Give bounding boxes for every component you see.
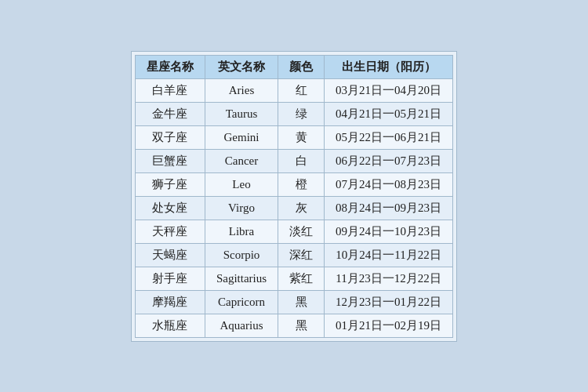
- table-row: 狮子座Leo橙07月24日一08月23日: [135, 172, 452, 196]
- cell-r8-c3: 11月23日一12月22日: [325, 267, 453, 290]
- cell-r6-c0: 天秤座: [135, 220, 205, 243]
- column-header: 英文名称: [205, 55, 278, 78]
- cell-r4-c1: Leo: [205, 172, 278, 196]
- cell-r5-c1: Virgo: [205, 196, 278, 220]
- cell-r10-c1: Aquarius: [205, 314, 278, 337]
- table-row: 巨蟹座Cancer白06月22日一07月23日: [135, 149, 452, 172]
- cell-r4-c3: 07月24日一08月23日: [325, 172, 453, 196]
- cell-r0-c3: 03月21日一04月20日: [325, 78, 453, 102]
- cell-r1-c1: Taurus: [205, 102, 278, 125]
- zodiac-table-wrapper: 星座名称英文名称颜色出生日期（阳历） 白羊座Aries红03月21日一04月20…: [131, 51, 457, 342]
- cell-r4-c2: 橙: [278, 172, 325, 196]
- cell-r5-c3: 08月24日一09月23日: [325, 196, 453, 220]
- table-row: 双子座Gemini黄05月22日一06月21日: [135, 125, 452, 149]
- table-row: 白羊座Aries红03月21日一04月20日: [135, 78, 452, 102]
- column-header: 出生日期（阳历）: [325, 55, 453, 78]
- cell-r6-c2: 淡红: [278, 220, 325, 243]
- cell-r1-c2: 绿: [278, 102, 325, 125]
- cell-r3-c1: Cancer: [205, 149, 278, 172]
- cell-r6-c3: 09月24日一10月23日: [325, 220, 453, 243]
- cell-r0-c2: 红: [278, 78, 325, 102]
- cell-r8-c1: Sagittarius: [205, 267, 278, 290]
- cell-r7-c1: Scorpio: [205, 243, 278, 267]
- table-row: 天蝎座Scorpio深红10月24日一11月22日: [135, 243, 452, 267]
- cell-r7-c2: 深红: [278, 243, 325, 267]
- column-header: 星座名称: [135, 55, 205, 78]
- cell-r3-c0: 巨蟹座: [135, 149, 205, 172]
- cell-r6-c1: Libra: [205, 220, 278, 243]
- cell-r2-c0: 双子座: [135, 125, 205, 149]
- cell-r2-c3: 05月22日一06月21日: [325, 125, 453, 149]
- cell-r7-c3: 10月24日一11月22日: [325, 243, 453, 267]
- cell-r9-c3: 12月23日一01月22日: [325, 290, 453, 314]
- cell-r1-c3: 04月21日一05月21日: [325, 102, 453, 125]
- table-row: 金牛座Taurus绿04月21日一05月21日: [135, 102, 452, 125]
- table-row: 处女座Virgo灰08月24日一09月23日: [135, 196, 452, 220]
- cell-r9-c2: 黑: [278, 290, 325, 314]
- cell-r7-c0: 天蝎座: [135, 243, 205, 267]
- cell-r10-c3: 01月21日一02月19日: [325, 314, 453, 337]
- cell-r1-c0: 金牛座: [135, 102, 205, 125]
- cell-r4-c0: 狮子座: [135, 172, 205, 196]
- cell-r2-c2: 黄: [278, 125, 325, 149]
- cell-r8-c0: 射手座: [135, 267, 205, 290]
- table-body: 白羊座Aries红03月21日一04月20日金牛座Taurus绿04月21日一0…: [135, 78, 452, 337]
- cell-r9-c0: 摩羯座: [135, 290, 205, 314]
- table-header-row: 星座名称英文名称颜色出生日期（阳历）: [135, 55, 452, 78]
- cell-r10-c0: 水瓶座: [135, 314, 205, 337]
- cell-r0-c0: 白羊座: [135, 78, 205, 102]
- column-header: 颜色: [278, 55, 325, 78]
- cell-r0-c1: Aries: [205, 78, 278, 102]
- cell-r5-c2: 灰: [278, 196, 325, 220]
- table-row: 摩羯座Capricorn黑12月23日一01月22日: [135, 290, 452, 314]
- table-row: 射手座Sagittarius紫红11月23日一12月22日: [135, 267, 452, 290]
- cell-r2-c1: Gemini: [205, 125, 278, 149]
- cell-r9-c1: Capricorn: [205, 290, 278, 314]
- table-row: 天秤座Libra淡红09月24日一10月23日: [135, 220, 452, 243]
- cell-r10-c2: 黑: [278, 314, 325, 337]
- cell-r5-c0: 处女座: [135, 196, 205, 220]
- zodiac-table: 星座名称英文名称颜色出生日期（阳历） 白羊座Aries红03月21日一04月20…: [135, 55, 453, 338]
- cell-r8-c2: 紫红: [278, 267, 325, 290]
- table-row: 水瓶座Aquarius黑01月21日一02月19日: [135, 314, 452, 337]
- cell-r3-c2: 白: [278, 149, 325, 172]
- cell-r3-c3: 06月22日一07月23日: [325, 149, 453, 172]
